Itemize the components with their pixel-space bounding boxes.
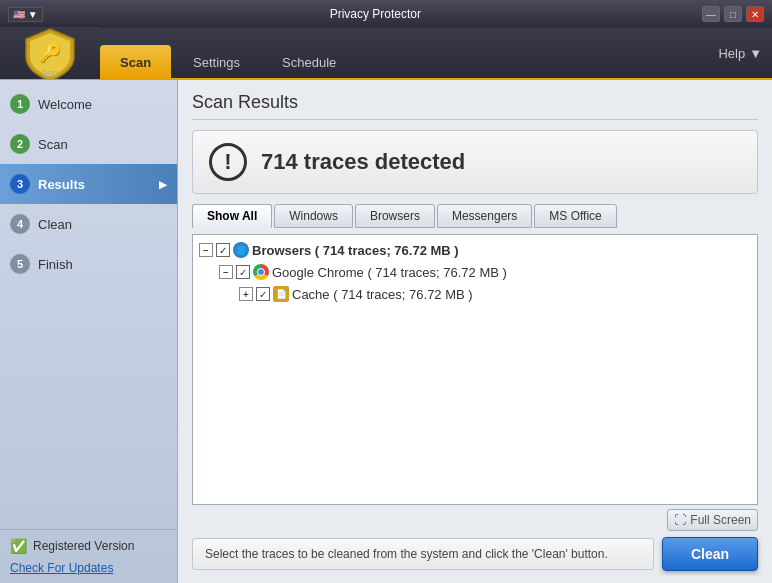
fullscreen-label: Full Screen (690, 513, 751, 527)
chrome-checkbox[interactable] (236, 265, 250, 279)
warning-icon: ! (209, 143, 247, 181)
tree-row-browsers: − 🌐 Browsers ( 714 traces; 76.72 MB ) (193, 239, 757, 261)
svg-text:🔑: 🔑 (39, 42, 62, 64)
close-button[interactable]: ✕ (746, 6, 764, 22)
sidebar-item-results[interactable]: 3 Results ▶ (0, 164, 177, 204)
filter-tab-browsers[interactable]: Browsers (355, 204, 435, 228)
sidebar-item-finish[interactable]: 5 Finish (0, 244, 177, 284)
app-title: Privacy Protector (49, 7, 702, 21)
fullscreen-row: ⛶ Full Screen (192, 509, 758, 531)
logo-area: 🔑 aso (0, 27, 100, 79)
filter-tab-windows[interactable]: Windows (274, 204, 353, 228)
help-menu[interactable]: Help ▼ (718, 46, 772, 61)
window-controls: — □ ✕ (702, 6, 764, 22)
cache-label: Cache ( 714 traces; 76.72 MB ) (292, 287, 473, 302)
chrome-toggle[interactable]: − (219, 265, 233, 279)
filter-tab-messengers[interactable]: Messengers (437, 204, 532, 228)
browsers-checkbox[interactable] (216, 243, 230, 257)
registered-label: Registered Version (33, 539, 134, 553)
browsers-label: Browsers ( 714 traces; 76.72 MB ) (252, 243, 459, 258)
registered-icon: ✅ (10, 538, 27, 554)
registered-row: ✅ Registered Version (10, 538, 167, 554)
maximize-button[interactable]: □ (724, 6, 742, 22)
fullscreen-button[interactable]: ⛶ Full Screen (667, 509, 758, 531)
step-2-circle: 2 (10, 134, 30, 154)
browsers-toggle[interactable]: − (199, 243, 213, 257)
cache-toggle[interactable]: + (239, 287, 253, 301)
main-layout: 1 Welcome 2 Scan 3 Results ▶ 4 Clean 5 F… (0, 80, 772, 583)
filter-tab-show-all[interactable]: Show All (192, 204, 272, 228)
tree-row-cache: + 📄 Cache ( 714 traces; 76.72 MB ) (233, 283, 757, 305)
chrome-label: Google Chrome ( 714 traces; 76.72 MB ) (272, 265, 507, 280)
tree-view: − 🌐 Browsers ( 714 traces; 76.72 MB ) − … (192, 234, 758, 505)
content-area: Scan Results ! 714 traces detected Show … (178, 80, 772, 583)
step-4-circle: 4 (10, 214, 30, 234)
sidebar-item-clean[interactable]: 4 Clean (0, 204, 177, 244)
bottom-bar: Select the traces to be cleaned from the… (192, 531, 758, 571)
detection-text: 714 traces detected (261, 149, 465, 175)
detection-banner: ! 714 traces detected (192, 130, 758, 194)
navbar: 🔑 aso Scan Settings Schedule Help ▼ (0, 28, 772, 80)
chrome-icon (253, 264, 269, 280)
info-bar: Select the traces to be cleaned from the… (192, 538, 654, 570)
title-bar: 🇺🇸 ▼ Privacy Protector — □ ✕ (0, 0, 772, 28)
aso-label: aso (22, 68, 78, 79)
step-5-circle: 5 (10, 254, 30, 274)
filter-tabs: Show All Windows Browsers Messengers MS … (192, 204, 758, 228)
cache-icon: 📄 (273, 286, 289, 302)
sidebar-item-scan-label: Scan (38, 137, 68, 152)
clean-button[interactable]: Clean (662, 537, 758, 571)
browsers-globe-icon: 🌐 (233, 242, 249, 258)
results-arrow-icon: ▶ (159, 179, 167, 190)
tab-scan[interactable]: Scan (100, 45, 171, 79)
step-1-circle: 1 (10, 94, 30, 114)
cache-checkbox[interactable] (256, 287, 270, 301)
sidebar-item-welcome[interactable]: 1 Welcome (0, 84, 177, 124)
sidebar-item-welcome-label: Welcome (38, 97, 92, 112)
sidebar-item-results-label: Results (38, 177, 85, 192)
fullscreen-icon: ⛶ (674, 513, 686, 527)
check-updates-link[interactable]: Check For Updates (10, 561, 113, 575)
filter-tab-ms-office[interactable]: MS Office (534, 204, 616, 228)
step-3-circle: 3 (10, 174, 30, 194)
sidebar-item-scan[interactable]: 2 Scan (0, 124, 177, 164)
language-flag[interactable]: 🇺🇸 ▼ (8, 7, 43, 22)
sidebar-bottom: ✅ Registered Version Check For Updates (0, 529, 177, 583)
sidebar: 1 Welcome 2 Scan 3 Results ▶ 4 Clean 5 F… (0, 80, 178, 583)
info-text: Select the traces to be cleaned from the… (205, 547, 608, 561)
tab-settings[interactable]: Settings (173, 45, 260, 79)
tab-schedule[interactable]: Schedule (262, 45, 356, 79)
sidebar-item-finish-label: Finish (38, 257, 73, 272)
minimize-button[interactable]: — (702, 6, 720, 22)
tree-row-chrome: − Google Chrome ( 714 traces; 76.72 MB ) (213, 261, 757, 283)
nav-tabs: Scan Settings Schedule (100, 27, 356, 79)
page-title: Scan Results (192, 92, 758, 120)
sidebar-item-clean-label: Clean (38, 217, 72, 232)
